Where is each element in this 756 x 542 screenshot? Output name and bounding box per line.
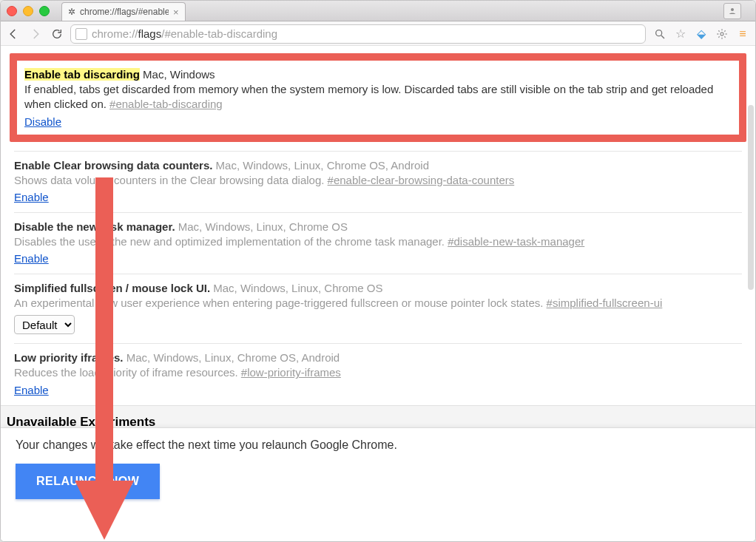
bookmark-icon[interactable]: ☆ — [674, 27, 687, 41]
flag-anchor-link[interactable]: #enable-tab-discarding — [109, 98, 223, 110]
flag-platforms: Mac, Windows, Linux, Chrome OS — [213, 282, 382, 294]
scrollbar-thumb[interactable] — [748, 105, 754, 290]
flag-name: Disable the new task manager. — [14, 220, 175, 233]
flag-name: Enable tab discarding — [24, 68, 140, 81]
flag-dropdown[interactable]: Default — [14, 315, 75, 334]
flag-anchor-link[interactable]: #enable-clear-browsing-data-counters — [328, 174, 515, 186]
flag-name: Simplified fullscreen / mouse lock UI. — [14, 282, 210, 294]
extension-icon[interactable]: ⬙ — [695, 27, 708, 41]
flag-description: An experimental new user experience when… — [14, 297, 543, 309]
zoom-window-button[interactable] — [39, 6, 50, 16]
relaunch-message: Your changes will take effect the next t… — [16, 438, 740, 452]
svg-point-3 — [720, 33, 723, 35]
user-icon — [728, 7, 737, 16]
flag-anchor-link[interactable]: #simplified-fullscreen-ui — [547, 297, 663, 309]
enable-link[interactable]: Enable — [14, 191, 49, 203]
svg-line-2 — [661, 35, 664, 38]
flag-name: Enable Clear browsing data counters. — [14, 159, 212, 172]
svg-point-0 — [731, 8, 734, 11]
address-bar[interactable]: chrome:// flags /#enable-tab-discarding — [70, 24, 646, 44]
favicon-icon: ✲ — [68, 7, 75, 17]
minimize-window-button[interactable] — [23, 6, 33, 16]
page-viewport: Enable tab discarding Mac, Windows If en… — [1, 45, 755, 541]
svg-point-1 — [656, 30, 662, 35]
flag-entry: Simplified fullscreen / mouse lock UI. M… — [14, 274, 742, 343]
traffic-lights — [7, 6, 50, 16]
reload-button[interactable] — [51, 28, 63, 40]
forward-button[interactable] — [29, 27, 42, 41]
zoom-icon[interactable] — [653, 28, 666, 40]
flag-description: Reduces the load priority of iframe reso… — [14, 366, 238, 379]
flag-anchor-link[interactable]: #low-priority-iframes — [241, 366, 341, 379]
flag-description: Disables the use of the new and optimize… — [14, 235, 445, 248]
settings-icon[interactable] — [715, 28, 729, 40]
flag-anchor-link[interactable]: #disable-new-task-manager — [448, 235, 584, 248]
relaunch-bar: Your changes will take effect the next t… — [1, 427, 755, 541]
disable-link[interactable]: Disable — [24, 115, 61, 128]
flag-entry: Disable the new task manager. Mac, Windo… — [14, 212, 742, 274]
tab-strip: ✲ chrome://flags/#enable-t × — [61, 3, 186, 21]
tab-title: chrome://flags/#enable-t — [80, 7, 169, 17]
url-host: flags — [138, 27, 162, 40]
toolbar: chrome:// flags /#enable-tab-discarding … — [1, 21, 755, 47]
page-icon — [75, 28, 87, 40]
flag-platforms: Mac, Windows, Linux, Chrome OS — [178, 220, 348, 233]
flag-description: Shows data volume counters in the Clear … — [14, 174, 324, 186]
flag-entry: Low priority iframes. Mac, Windows, Linu… — [14, 343, 742, 404]
close-window-button[interactable] — [7, 6, 17, 16]
flag-platforms: Mac, Windows, Linux, Chrome OS, Android — [126, 351, 340, 364]
back-button[interactable] — [7, 27, 20, 41]
relaunch-now-button[interactable]: RELAUNCH NOW — [16, 464, 160, 499]
browser-tab[interactable]: ✲ chrome://flags/#enable-t × — [61, 2, 186, 21]
flag-entry: Enable Clear browsing data counters. Mac… — [14, 151, 742, 212]
window-titlebar: ✲ chrome://flags/#enable-t × — [1, 1, 755, 21]
url-path: /#enable-tab-discarding — [161, 27, 277, 40]
flag-platforms: Mac, Windows — [143, 68, 215, 81]
url-scheme: chrome:// — [92, 27, 138, 40]
flag-name: Low priority iframes. — [14, 351, 124, 364]
close-tab-icon[interactable]: × — [173, 7, 179, 18]
menu-icon[interactable]: ≡ — [736, 27, 749, 41]
enable-link[interactable]: Enable — [14, 384, 49, 396]
highlighted-flag-callout: Enable tab discarding Mac, Windows If en… — [10, 53, 746, 142]
profile-button[interactable] — [723, 3, 741, 19]
enable-link[interactable]: Enable — [14, 252, 49, 265]
flag-platforms: Mac, Windows, Linux, Chrome OS, Android — [216, 159, 429, 172]
